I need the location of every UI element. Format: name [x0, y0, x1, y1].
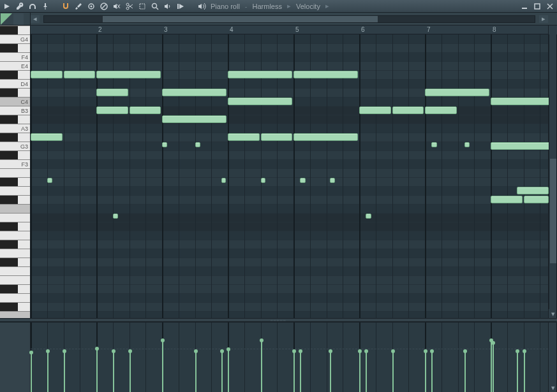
midi-note[interactable] — [261, 133, 293, 141]
midi-note[interactable] — [31, 71, 63, 78]
midi-note[interactable] — [162, 115, 227, 123]
piano-key[interactable]: B3 — [0, 106, 30, 115]
midi-note[interactable] — [261, 178, 265, 183]
midi-note[interactable] — [96, 89, 128, 96]
midi-note[interactable] — [491, 98, 555, 105]
velocity-stem[interactable] — [491, 340, 492, 392]
velocity-stem[interactable] — [300, 351, 301, 392]
velocity-stem[interactable] — [195, 351, 197, 392]
velocity-stem[interactable] — [228, 349, 229, 392]
piano-key[interactable] — [0, 70, 30, 79]
midi-note[interactable] — [31, 133, 63, 141]
close-icon[interactable] — [546, 2, 554, 11]
piano-key[interactable] — [0, 88, 30, 97]
piano-key[interactable] — [0, 186, 30, 195]
midi-note[interactable] — [431, 142, 436, 147]
piano-key[interactable] — [0, 231, 30, 240]
piano-key[interactable]: C4 — [0, 97, 30, 106]
minimize-icon[interactable] — [520, 2, 529, 11]
piano-key[interactable]: D4 — [0, 79, 30, 88]
midi-note[interactable] — [293, 71, 358, 78]
piano-key[interactable]: F3 — [0, 159, 30, 168]
velocity-stem[interactable] — [162, 340, 163, 392]
piano-key[interactable]: F4 — [0, 52, 30, 61]
cancel-icon[interactable] — [100, 2, 108, 11]
select-icon[interactable] — [138, 2, 147, 11]
hscroll-thumb[interactable] — [103, 16, 378, 22]
piano-key[interactable] — [0, 284, 30, 293]
headphones-icon[interactable] — [28, 2, 37, 11]
hscroll-left[interactable]: ◂ — [31, 15, 40, 23]
piano-key[interactable] — [0, 133, 30, 142]
vscroll-thumb[interactable] — [550, 159, 556, 263]
midi-note[interactable] — [300, 178, 305, 183]
piano-key[interactable]: E4 — [0, 61, 30, 70]
piano-key[interactable] — [0, 302, 30, 311]
velocity-stem[interactable] — [330, 351, 331, 392]
midi-note[interactable] — [524, 196, 549, 203]
title-param[interactable]: Velocity — [296, 3, 320, 10]
piano-keys[interactable]: G4F4E4D4C4B3A3G3F3 — [0, 25, 31, 318]
velocity-stem[interactable] — [366, 351, 367, 392]
piano-key[interactable] — [0, 222, 30, 231]
velocity-stem[interactable] — [464, 351, 466, 392]
play-icon[interactable] — [3, 2, 11, 11]
piano-key[interactable] — [0, 249, 30, 258]
velocity-stem[interactable] — [359, 351, 360, 392]
speaker-icon[interactable] — [163, 2, 172, 11]
piano-key[interactable] — [0, 275, 30, 284]
magnet-icon[interactable] — [61, 2, 70, 11]
piano-key[interactable] — [0, 213, 30, 222]
piano-key[interactable] — [0, 177, 30, 186]
velocity-stem[interactable] — [31, 352, 32, 392]
playback-icon[interactable] — [176, 2, 185, 11]
midi-note[interactable] — [330, 178, 335, 183]
pin-icon[interactable] — [41, 2, 50, 11]
velocity-stem[interactable] — [64, 351, 65, 392]
midi-note[interactable] — [228, 71, 292, 78]
midi-note[interactable] — [228, 98, 292, 105]
piano-key[interactable] — [0, 25, 30, 34]
velocity-stem[interactable] — [113, 351, 114, 392]
sound-icon[interactable] — [198, 2, 207, 11]
velocity-stem[interactable] — [517, 351, 518, 392]
brush-icon[interactable] — [74, 2, 83, 11]
midi-note[interactable] — [96, 106, 128, 114]
stamp-icon[interactable] — [87, 2, 96, 11]
vscrollbar[interactable] — [549, 34, 556, 309]
midi-note[interactable] — [517, 187, 549, 194]
piano-key[interactable] — [0, 204, 30, 213]
corner-tools[interactable] — [0, 13, 31, 25]
hscroll-right[interactable]: ▸ — [539, 15, 548, 23]
velocity-stem[interactable] — [293, 351, 295, 392]
velocity-stem[interactable] — [493, 343, 494, 392]
midi-note[interactable] — [293, 133, 358, 141]
midi-note[interactable] — [366, 214, 371, 219]
hscrollbar[interactable] — [43, 15, 535, 23]
mute-icon[interactable] — [112, 2, 121, 11]
piano-key[interactable] — [0, 150, 30, 159]
piano-key[interactable]: G3 — [0, 142, 30, 150]
midi-note[interactable] — [195, 142, 200, 147]
piano-key[interactable] — [0, 43, 30, 52]
velocity-stem[interactable] — [130, 351, 131, 392]
velocity-stem[interactable] — [261, 340, 262, 392]
piano-key[interactable] — [0, 258, 30, 266]
piano-key[interactable] — [0, 266, 30, 275]
note-grid[interactable] — [31, 34, 548, 318]
midi-note[interactable] — [392, 106, 424, 114]
midi-note[interactable] — [64, 71, 96, 78]
velocity-stem[interactable] — [524, 351, 525, 392]
midi-note[interactable] — [221, 178, 226, 183]
midi-note[interactable] — [359, 106, 391, 114]
midi-note[interactable] — [162, 89, 227, 96]
velocity-stem[interactable] — [425, 351, 426, 392]
piano-key[interactable] — [0, 168, 30, 177]
maximize-icon[interactable] — [533, 2, 542, 11]
midi-note[interactable] — [96, 71, 161, 78]
midi-note[interactable] — [130, 106, 161, 114]
midi-note[interactable] — [47, 178, 52, 183]
piano-key[interactable] — [0, 311, 30, 318]
velocity-stem[interactable] — [392, 351, 394, 392]
velocity-stem[interactable] — [431, 351, 433, 392]
